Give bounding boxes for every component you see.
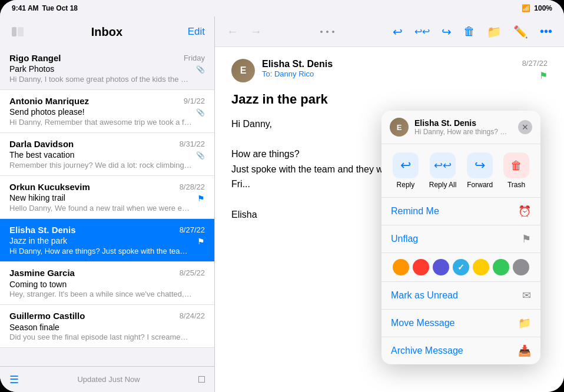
trash-icon: 🗑 [510,159,522,172]
mail-date: 8/25/22 [180,268,205,277]
mail-item-selected[interactable]: Elisha St. Denis 8/27/22 Jazz in the par… [0,219,214,262]
inbox-header: Inbox Edit [0,16,214,47]
email-date: 8/27/22 [522,59,548,68]
dot2 [326,31,329,33]
mail-date: 9/1/22 [184,97,205,105]
mail-item[interactable]: Guillermo Castillo 8/24/22 Season finale… [0,305,214,348]
mark-unread-item[interactable]: Mark as Unread ✉ [381,282,540,310]
status-bar-left: 9:41 AM Tue Oct 18 [12,4,78,12]
color-dot-orange[interactable] [393,259,409,275]
flag-icon: ⚑ [197,194,205,203]
mail-item[interactable]: Orkun Kucuksevim 8/28/22 New hiking trai… [0,176,214,219]
popup-sender-info: Elisha St. Denis Hi Danny, How are thing… [414,118,512,136]
status-bar-right: 📶 100% [522,4,552,12]
sender-avatar: E [231,59,255,82]
inbox-bottom-bar: ☰ Updated Just Now □ [0,366,214,392]
mail-preview: Hi Danny, I took some great photos of th… [9,75,192,84]
wifi-icon: 📶 [522,4,530,12]
reply-all-icon-bg: ↩↩ [430,152,456,178]
color-dot-gray[interactable] [513,259,529,275]
mail-subject: Coming to town [9,280,67,289]
mail-item[interactable]: Antonio Manriquez 9/1/22 Send photos ple… [0,90,214,133]
archive-message-item[interactable]: Archive Message 📥 [381,337,540,364]
mail-date: 8/31/22 [180,139,205,148]
mail-date: 8/27/22 [180,225,205,234]
popup-reply-button[interactable]: ↩ Reply [393,152,419,189]
mail-subject: Jazz in the park [9,236,67,245]
trash-icon-bg: 🗑 [503,152,529,178]
filter-icon[interactable]: ☰ [9,373,19,386]
remind-me-label: Remind Me [391,206,439,217]
sidebar-toggle[interactable] [9,24,26,40]
move-message-item[interactable]: Move Message 📁 [381,310,540,337]
mail-date: 8/24/22 [180,311,205,320]
email-subject: Jazz in the park [231,92,548,107]
email-panel: ← → ↩ ↩↩ ↪ 🗑 📁 ✏️ ••• [215,16,564,392]
flag-icon: ⚑ [197,237,205,246]
color-dots-row [381,253,540,282]
move-message-icon: 📁 [518,317,531,330]
back-button[interactable]: ← [227,25,238,38]
reply-label: Reply [397,181,415,189]
archive-message-label: Archive Message [391,346,463,356]
popup-trash-button[interactable]: 🗑 Trash [503,152,529,189]
compose-toolbar-button[interactable]: ✏️ [513,25,528,39]
popup-preview: Hi Danny, How are things? Just spoke... [414,128,509,136]
reply-toolbar-button[interactable]: ↩ [393,25,403,39]
color-dot-red[interactable] [413,259,429,275]
remind-me-item[interactable]: Remind Me ⏰ [381,198,540,225]
email-header-row: E Elisha St. Denis To: Danny Rico 8/27/2… [231,59,548,82]
context-popup: E Elisha St. Denis Hi Danny, How are thi… [381,111,540,364]
color-dot-teal[interactable] [453,259,469,275]
unflag-label: Unflag [391,234,418,244]
color-dot-green[interactable] [493,259,509,275]
unflag-icon: ⚑ [522,232,531,245]
mail-item[interactable]: Rigo Rangel Friday Park Photos 📎 Hi Dann… [0,47,214,90]
main-content: Inbox Edit Rigo Rangel Friday Park Photo… [0,16,564,392]
reply-all-toolbar-button[interactable]: ↩↩ [414,26,430,37]
mail-preview: Hi Danny, How are things? Just spoke wit… [9,247,192,255]
mail-item[interactable]: Darla Davidson 8/31/22 The best vacation… [0,133,214,176]
mail-preview: Did you see the final episode last night… [9,333,192,341]
battery-indicator: 100% [534,4,552,12]
email-flag-icon: ⚑ [539,70,548,81]
mail-sender: Darla Davidson [9,139,74,149]
archive-message-icon: 📥 [518,344,531,357]
mail-preview: Hello Danny, We found a new trail when w… [9,204,192,212]
reply-all-icon: ↩↩ [434,159,452,172]
mail-sender: Rigo Rangel [9,53,61,63]
attachment-icon: 📎 [196,108,205,117]
trash-toolbar-button[interactable]: 🗑 [463,25,475,38]
mail-preview: Remember this journey? We did a lot: roc… [9,161,192,170]
dot1 [320,31,323,33]
mail-list: Rigo Rangel Friday Park Photos 📎 Hi Dann… [0,47,214,366]
mark-unread-icon: ✉ [522,289,531,302]
forward-toolbar-button[interactable]: ↪ [442,25,452,39]
popup-sender-name: Elisha St. Denis [414,118,512,128]
remind-me-icon: ⏰ [518,205,531,218]
move-message-label: Move Message [391,318,455,328]
inbox-edit-button[interactable]: Edit [188,26,205,38]
email-to[interactable]: To: Danny Rico [262,69,515,78]
more-toolbar-button[interactable]: ••• [540,25,552,38]
mail-item[interactable]: Jasmine Garcia 8/25/22 Coming to town He… [0,262,214,305]
color-dot-yellow[interactable] [473,259,489,275]
color-dot-purple[interactable] [433,259,449,275]
forward-icon-bg: ↪ [467,152,493,178]
popup-avatar: E [390,118,409,137]
reply-icon-bg: ↩ [393,152,419,178]
mail-subject: The best vacation [9,150,75,160]
mail-sender: Guillermo Castillo [9,311,85,321]
popup-forward-button[interactable]: ↪ Forward [467,152,493,189]
unflag-item[interactable]: Unflag ⚑ [381,225,540,253]
popup-close-button[interactable]: ✕ [518,120,532,134]
mail-sender: Orkun Kucuksevim [9,182,90,192]
attachment-icon: 📎 [196,65,205,74]
forward-button[interactable]: → [250,25,262,38]
popup-actions: ↩ Reply ↩↩ Reply All ↪ Forw [381,144,540,198]
compose-icon[interactable]: □ [198,373,205,386]
mail-subject: New hiking trail [9,193,65,202]
toolbar-left: ← → [227,25,262,38]
folder-toolbar-button[interactable]: 📁 [487,25,502,39]
popup-reply-all-button[interactable]: ↩↩ Reply All [429,152,457,189]
